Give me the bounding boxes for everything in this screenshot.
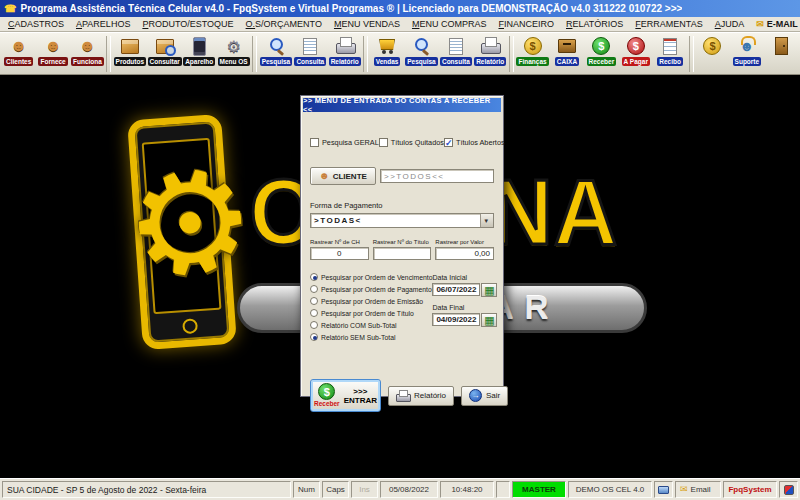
relatorio-button[interactable]: Relatório — [388, 386, 454, 406]
checkbox-t-tulos-abertos[interactable]: ✓Títulos Abertos — [444, 138, 505, 147]
forma-pagamento-select[interactable]: >TODAS< ▼ — [310, 213, 494, 228]
toolbar-button-vendas[interactable]: Vendas — [370, 34, 403, 74]
toolbar-button-label: Produtos — [114, 57, 147, 66]
menu-item-o-s-or-amento[interactable]: O.S/ORÇAMENTO — [240, 18, 328, 30]
radio-pesquisar-por-ordem-de-emiss-o[interactable]: Pesquisar por Ordem de Emissão — [310, 297, 432, 305]
toolbar-button-label: CAIXA — [555, 57, 579, 66]
person-icon — [40, 35, 66, 57]
toolbar-button-label: Suporte — [733, 57, 762, 66]
dialog-titlebar[interactable]: >> MENU DE ENTRADA DO CONTAS A RECEBER <… — [303, 98, 501, 112]
toolbar-button-a-pagar[interactable]: A Pagar — [619, 34, 652, 74]
toolbar-button-coin[interactable] — [696, 34, 729, 74]
toolbar-button-aparelho[interactable]: Aparelho — [183, 34, 216, 74]
toolbar-button-consultar[interactable]: Consultar — [148, 34, 182, 74]
rastrear-ch-group: Rastrear Nº de CH 0 — [310, 239, 369, 260]
status-location-date: SUA CIDADE - SP 5 de Agosto de 2022 - Se… — [2, 481, 291, 498]
status-app-panel[interactable] — [779, 481, 798, 498]
entrar-label: >>> ENTRAR — [344, 387, 377, 405]
status-monitor-panel[interactable] — [654, 481, 673, 498]
toolbar-button-door[interactable] — [765, 34, 798, 74]
cliente-field[interactable]: >>TODOS<< — [380, 169, 494, 183]
rastrear-ch-label: Rastrear Nº de CH — [310, 239, 369, 245]
toolbar-button-receber[interactable]: Receber — [585, 34, 618, 74]
toolbar-button-recibo[interactable]: Recibo — [653, 34, 686, 74]
titlebar: ☎ Programa Assistência Técnica Celular v… — [0, 0, 800, 17]
toolbar-button-finan-as[interactable]: Finanças — [516, 34, 549, 74]
toolbar-separator — [509, 36, 514, 72]
entrar-button[interactable]: $ Receber >>> ENTRAR — [310, 379, 381, 412]
sair-button[interactable]: → Sair — [461, 386, 508, 406]
toolbar-button-relat-rio[interactable]: Relatório — [328, 34, 361, 74]
menu-item-cadastros[interactable]: CADASTROS — [2, 18, 70, 30]
radio-dot — [310, 333, 318, 341]
radio-relat-rio-sem-sub-total[interactable]: Relatório SEM Sub-Total — [310, 333, 432, 341]
checkbox-box — [310, 138, 319, 147]
toolbar-separator — [363, 36, 368, 72]
menu-item-relat-rios[interactable]: RELATÓRIOS — [560, 18, 629, 30]
status-brand[interactable]: FpqSystem — [723, 481, 777, 498]
rastrear-titulo-input[interactable] — [373, 247, 432, 260]
data-inicial-input[interactable]: 06/07/2022 — [432, 283, 480, 296]
menu-item-produto-estoque[interactable]: PRODUTO/ESTOQUE — [136, 18, 239, 30]
data-final-label: Data Final — [432, 304, 500, 311]
toolbar-button-produtos[interactable]: Produtos — [113, 34, 146, 74]
radio-label: Relatório COM Sub-Total — [321, 322, 397, 329]
checkbox-label: Títulos Quitados — [391, 138, 444, 147]
tools-icon — [221, 35, 247, 57]
toolbar-button-funciona[interactable]: Funciona — [71, 34, 104, 74]
chevron-down-icon[interactable]: ▼ — [480, 214, 493, 227]
rastrear-valor-input[interactable]: 0,00 — [435, 247, 494, 260]
cliente-row: ☻ CLIENTE >>TODOS<< — [310, 167, 494, 185]
toolbar-button-label: Consultar — [148, 57, 182, 66]
box-search-icon — [152, 35, 178, 57]
printer-icon — [477, 35, 503, 57]
dialog-body: Pesquisa GERALTítulos Quitados✓Títulos A… — [303, 138, 501, 422]
support-icon — [734, 35, 760, 57]
cliente-button[interactable]: ☻ CLIENTE — [310, 167, 376, 185]
toolbar-button-caixa[interactable]: CAIXA — [550, 34, 583, 74]
toolbar-button-pesquisa[interactable]: Pesquisa — [405, 34, 438, 74]
menu-item-menu-compras[interactable]: MENU COMPRAS — [406, 18, 493, 30]
radio-pesquisar-por-ordem-de-t-tulo[interactable]: Pesquisar por Ordem de Título — [310, 309, 432, 317]
toolbar-button-label: Relatório — [329, 57, 361, 66]
rastrear-row: Rastrear Nº de CH 0 Rastrear Nº do Títul… — [310, 239, 494, 260]
checkbox-t-tulos-quitados[interactable]: Títulos Quitados — [379, 138, 444, 147]
cliente-button-label: CLIENTE — [333, 172, 367, 181]
toolbar-button-consulta[interactable]: Consulta — [294, 34, 327, 74]
radio-pesquisar-por-ordem-de-pagamento[interactable]: Pesquisar por Ordem de Pagamento — [310, 285, 432, 293]
menu-item-ajuda[interactable]: AJUDA — [709, 18, 751, 30]
menu-item-email-label: E-MAIL — [767, 19, 798, 29]
menu-item-menu-vendas[interactable]: MENU VENDAS — [328, 18, 406, 30]
toolbar-button-label: Recibo — [657, 57, 683, 66]
toolbar-button-consulta[interactable]: Consulta — [439, 34, 472, 74]
toolbar-button-label: Consulta — [440, 57, 472, 66]
toolbar-button-clientes[interactable]: Clientes — [2, 34, 35, 74]
rastrear-ch-input[interactable]: 0 — [310, 247, 369, 260]
options-row: Pesquisar por Ordem de VencimentoPesquis… — [310, 273, 494, 341]
printer-icon — [396, 390, 410, 402]
menu-item-financeiro[interactable]: FINANCEIRO — [492, 18, 560, 30]
radio-label: Pesquisar por Ordem de Emissão — [321, 298, 423, 305]
toolbar-button-pesquisa[interactable]: Pesquisa — [259, 34, 292, 74]
toolbar-button-suporte[interactable]: Suporte — [730, 34, 763, 74]
status-email-button[interactable]: ✉ Email — [675, 481, 721, 498]
menu-item-email[interactable]: ✉E-MAIL — [750, 18, 800, 30]
toolbar-button-relat-rio[interactable]: Relatório — [474, 34, 507, 74]
toolbar-button-menu-os[interactable]: Menu OS — [217, 34, 250, 74]
dollar-yellow-icon — [520, 35, 546, 57]
checkbox-pesquisa-geral[interactable]: Pesquisa GERAL — [310, 138, 379, 147]
toolbar-button-label: Fornece — [38, 57, 67, 66]
data-final-calendar-button[interactable]: ▦ — [481, 313, 497, 327]
radio-pesquisar-por-ordem-de-vencimento[interactable]: Pesquisar por Ordem de Vencimento — [310, 273, 432, 281]
menu-item-ferramentas[interactable]: FERRAMENTAS — [629, 18, 708, 30]
data-inicial-calendar-button[interactable]: ▦ — [481, 283, 497, 297]
checkbox-label: Títulos Abertos — [456, 138, 505, 147]
radio-dot — [310, 273, 318, 281]
menu-item-aparelhos[interactable]: APARELHOS — [70, 18, 136, 30]
data-final-input[interactable]: 04/09/2022 — [432, 313, 480, 326]
entrar-icon-wrap: $ Receber — [314, 383, 340, 408]
status-caps-lock: Caps — [322, 481, 349, 498]
toolbar-button-fornece[interactable]: Fornece — [36, 34, 69, 74]
toolbar-separator — [106, 36, 111, 72]
radio-relat-rio-com-sub-total[interactable]: Relatório COM Sub-Total — [310, 321, 432, 329]
